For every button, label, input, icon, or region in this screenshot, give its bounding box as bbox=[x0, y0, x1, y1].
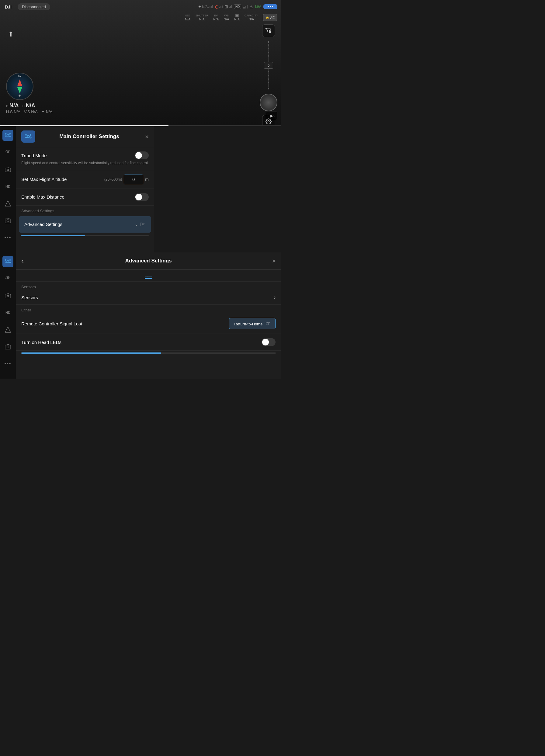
signal-bars-4 bbox=[243, 5, 248, 9]
tripod-mode-desc: Flight speed and control sensitivity wil… bbox=[21, 161, 149, 166]
max-altitude-unit: m bbox=[145, 177, 149, 182]
camera-switch-button[interactable] bbox=[262, 24, 275, 37]
svg-point-23 bbox=[7, 278, 9, 279]
panels-area: HD ••• bbox=[0, 126, 281, 252]
right-controls: 0 bbox=[260, 24, 277, 126]
gimbal-wheel[interactable] bbox=[260, 94, 277, 111]
advanced-settings-close[interactable]: × bbox=[267, 258, 276, 265]
rc-signal-lost-row: Remote Controller Signal Lost Return-to-… bbox=[16, 314, 281, 334]
main-controller-title: Main Controller Settings bbox=[38, 134, 140, 140]
lock-icon: 🔒 bbox=[266, 16, 269, 19]
sidebar-item-warnings[interactable] bbox=[2, 198, 13, 209]
signal-bars-3 bbox=[229, 5, 232, 8]
sensors-nav-label: Sensors bbox=[21, 295, 38, 300]
faded-top-content: ⎯⎯⎯ bbox=[16, 270, 281, 282]
svg-point-27 bbox=[7, 346, 9, 348]
advanced-panel-scroll bbox=[16, 351, 281, 355]
max-distance-row: Enable Max Distance bbox=[16, 189, 154, 206]
flight-view: DJI Disconnected ✦ N/A ⊙ bbox=[0, 0, 281, 126]
sidebar-bottom-camera[interactable] bbox=[2, 290, 13, 301]
svg-text:DJI: DJI bbox=[5, 5, 12, 9]
compass-south-pointer bbox=[17, 87, 22, 93]
sidebar-bottom-more[interactable]: ••• bbox=[2, 358, 13, 369]
main-panel-scrollbar[interactable] bbox=[21, 235, 149, 236]
advanced-panel-area: HD ••• ‹ Advanced Settings × ⎯⎯⎯ bbox=[0, 252, 281, 379]
svg-point-2 bbox=[268, 121, 269, 122]
advanced-settings-back[interactable]: ‹ bbox=[21, 257, 30, 265]
upload-icon[interactable]: ⬆ bbox=[8, 30, 13, 38]
vertical-slider[interactable]: 0 bbox=[264, 41, 273, 90]
telemetry-panel: D N/A H N/A H.S N/A V.S N/A ✦ bbox=[6, 102, 52, 114]
sidebar-item-hd[interactable]: HD bbox=[2, 181, 13, 192]
sidebar-bottom-photo[interactable] bbox=[2, 341, 13, 352]
sidebar-item-signal[interactable] bbox=[2, 147, 13, 158]
head-leds-toggle[interactable] bbox=[262, 338, 276, 346]
compass-north-pointer bbox=[17, 79, 22, 86]
sidebar-top: HD ••• bbox=[0, 126, 16, 252]
svg-rect-3 bbox=[7, 134, 9, 136]
svg-rect-18 bbox=[7, 261, 9, 262]
signal-bars-2 bbox=[219, 5, 223, 8]
playback-button-area: ▶ bbox=[266, 112, 277, 120]
hud-area: N▾ ✦ D N/A H N/A H.S N/A bbox=[6, 73, 52, 114]
compass-north-label: N▾ bbox=[18, 75, 22, 78]
max-altitude-row: Set Max Flight Altitude (20~500m) m bbox=[16, 170, 154, 189]
fa-badge: ⚠ bbox=[249, 5, 253, 9]
svg-rect-24 bbox=[5, 294, 11, 298]
svg-rect-9 bbox=[5, 168, 11, 172]
sidebar-item-photo[interactable] bbox=[2, 215, 13, 226]
max-altitude-input[interactable] bbox=[124, 175, 143, 184]
play-button[interactable]: ▶ bbox=[266, 112, 277, 120]
sidebar-bottom-signal[interactable] bbox=[2, 273, 13, 284]
max-distance-toggle[interactable] bbox=[135, 193, 149, 201]
tripod-mode-toggle[interactable] bbox=[135, 151, 149, 159]
res-display: ⊞ N/A bbox=[234, 14, 240, 21]
sidebar-bottom-hd[interactable]: HD bbox=[2, 307, 13, 318]
ae-button[interactable]: 🔒 AE bbox=[263, 14, 277, 21]
advanced-section-header: Advanced Settings bbox=[16, 206, 154, 214]
sensors-nav-arrow: › bbox=[274, 295, 276, 300]
top-bar-left: DJI Disconnected bbox=[4, 1, 50, 12]
max-altitude-label: Set Max Flight Altitude bbox=[21, 177, 67, 182]
max-altitude-range: (20~500m) bbox=[104, 177, 122, 182]
sidebar-bottom-drone[interactable] bbox=[2, 256, 13, 267]
svg-rect-13 bbox=[27, 136, 30, 138]
main-controller-close[interactable]: × bbox=[140, 133, 149, 140]
sensors-nav-row[interactable]: Sensors › bbox=[16, 290, 281, 305]
advanced-scroll-track[interactable] bbox=[21, 352, 276, 354]
camera-settings-row: ISO N/A SHUTTER N/A EV N/A WB N/A ⊞ N/A … bbox=[0, 13, 281, 22]
max-altitude-input-group: (20~500m) m bbox=[104, 175, 149, 184]
advanced-settings-arrow: › ☞ bbox=[135, 220, 146, 228]
connection-status: Disconnected bbox=[18, 3, 50, 10]
sidebar-item-drone[interactable] bbox=[2, 130, 13, 141]
main-controller-header: Main Controller Settings × bbox=[16, 126, 154, 147]
dji-logo: DJI bbox=[4, 1, 15, 12]
rth-button[interactable]: Return-to-Home ☞ bbox=[229, 318, 276, 329]
svg-point-12 bbox=[7, 220, 9, 222]
advanced-settings-title: Advanced Settings bbox=[30, 258, 267, 264]
warning-signal: ⊙ bbox=[215, 4, 223, 10]
svg-point-25 bbox=[7, 295, 9, 297]
capacity-display: CAPACITY N/A bbox=[245, 14, 258, 21]
tripod-mode-label: Tripod Mode bbox=[21, 153, 47, 158]
sidebar-item-more[interactable]: ••• bbox=[2, 232, 13, 243]
rc-signal-lost-label: Remote Controller Signal Lost bbox=[21, 321, 82, 326]
slider-value: 0 bbox=[264, 62, 273, 69]
compass: N▾ ✦ bbox=[6, 73, 33, 100]
max-distance-label: Enable Max Distance bbox=[21, 194, 64, 199]
advanced-settings-nav[interactable]: Advanced Settings › ☞ bbox=[19, 216, 151, 233]
slider-group: 0 bbox=[264, 41, 273, 90]
head-leds-row: Turn on Head LEDs bbox=[16, 334, 281, 351]
tripod-mode-row: Tripod Mode Flight speed and control sen… bbox=[16, 147, 154, 170]
drone-bottom-icon: ✦ bbox=[18, 93, 22, 98]
more-button[interactable] bbox=[263, 4, 277, 9]
advanced-settings-header: ‹ Advanced Settings × bbox=[16, 252, 281, 270]
sidebar-bottom: HD ••• bbox=[0, 252, 16, 379]
sidebar-bottom-warnings[interactable] bbox=[2, 324, 13, 335]
sensors-section-header: Sensors bbox=[16, 282, 281, 290]
other-section-header: Other bbox=[16, 305, 281, 314]
signal-group-1: ✦ N/A bbox=[198, 4, 213, 9]
sidebar-item-camera-settings[interactable] bbox=[2, 164, 13, 175]
drone-panel-tab[interactable] bbox=[21, 130, 35, 143]
top-bar-right: ✦ N/A ⊙ ⊞ bbox=[198, 4, 277, 10]
